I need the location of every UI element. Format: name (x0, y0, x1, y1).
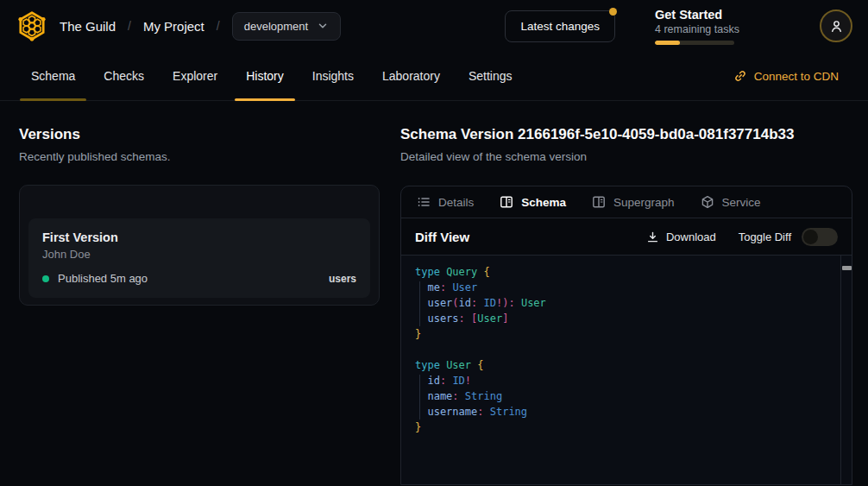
nav-tab-settings[interactable]: Settings (469, 52, 513, 100)
tab-indicator (235, 98, 295, 101)
service-badge: users (329, 273, 356, 285)
latest-changes-button[interactable]: Latest changes (505, 10, 615, 42)
detail-tab-service[interactable]: Service (701, 195, 761, 209)
detail-tab-label: Supergraph (613, 196, 675, 209)
app-window: The Guild / My Project / development Lat… (0, 0, 868, 486)
breadcrumb-separator: / (217, 19, 220, 33)
version-status-text: Published 5m ago (58, 272, 148, 285)
versions-list: First VersionJohn DoePublished 5m agouse… (28, 218, 370, 298)
toggle-diff-switch[interactable] (802, 228, 838, 246)
scrollbar-thumb[interactable] (842, 266, 852, 270)
detail-tab-label: Service (722, 196, 761, 209)
version-detail-panel: Schema Version 2166196f-5e10-4059-bd0a-0… (400, 126, 852, 485)
schema-sdl-code: type Query { me: User user(id: ID!): Use… (415, 264, 829, 435)
notification-dot (609, 8, 617, 16)
columns-icon (592, 195, 606, 209)
toggle-diff-label: Toggle Diff (739, 230, 791, 243)
chevron-down-icon (317, 20, 329, 32)
version-title: First Version (42, 230, 356, 244)
nav-tab-checks[interactable]: Checks (104, 52, 144, 100)
toggle-knob (803, 230, 818, 244)
breadcrumb-org[interactable]: The Guild (60, 19, 116, 34)
nav-tab-label: Schema (31, 69, 75, 83)
target-select-value: development (244, 20, 308, 33)
get-started-progressbar (655, 41, 734, 45)
code-line: user(id: ID!): User (415, 295, 829, 311)
nav-tab-label: Settings (469, 69, 513, 83)
code-line: name: String (415, 388, 829, 404)
target-nav-tabs: SchemaChecksExplorerHistoryInsightsLabor… (0, 52, 868, 101)
code-line: type Query { (415, 264, 829, 280)
tab-indicator (20, 98, 86, 101)
get-started-subtitle: 4 remaining tasks (655, 23, 780, 35)
download-icon (646, 230, 659, 243)
detail-tab-details[interactable]: Details (417, 195, 474, 209)
nav-tab-label: Laboratory (382, 69, 440, 83)
indent-guide (419, 375, 420, 420)
columns-icon (500, 195, 513, 209)
header-actions: Latest changes Get Started 4 remaining t… (505, 8, 852, 45)
get-started-widget[interactable]: Get Started 4 remaining tasks (655, 8, 780, 45)
indent-guide (419, 281, 420, 326)
nav-tab-laboratory[interactable]: Laboratory (382, 52, 440, 100)
published-status-dot (42, 275, 49, 282)
nav-tab-label: Insights (312, 69, 354, 83)
cube-icon (701, 195, 714, 209)
download-button[interactable]: Download (646, 230, 716, 243)
nav-tab-history[interactable]: History (246, 52, 284, 100)
diff-actions: Download Toggle Diff (646, 228, 838, 246)
nav-tab-explorer[interactable]: Explorer (173, 52, 217, 100)
version-detail-subtitle: Detailed view of the schema version (400, 150, 852, 163)
versions-panel: Versions Recently published schemas. Fir… (19, 126, 380, 306)
versions-list-card: First VersionJohn DoePublished 5m agouse… (19, 185, 380, 306)
breadcrumb: The Guild / My Project / development (60, 12, 341, 41)
detail-tab-supergraph[interactable]: Supergraph (592, 195, 675, 209)
diff-view-title: Diff View (415, 230, 469, 244)
version-author: John Doe (42, 248, 356, 261)
code-line: users: [User] (415, 311, 829, 326)
download-label: Download (666, 230, 716, 243)
detail-tab-label: Schema (521, 196, 566, 209)
nav-tab-insights[interactable]: Insights (312, 52, 354, 100)
top-header: The Guild / My Project / development Lat… (0, 0, 868, 52)
link-icon (733, 69, 747, 83)
code-line: me: User (415, 280, 829, 295)
nav-tab-list: SchemaChecksExplorerHistoryInsightsLabor… (31, 52, 513, 100)
target-select[interactable]: development (232, 12, 341, 41)
detail-tab-schema[interactable]: Schema (500, 195, 566, 209)
version-list-item[interactable]: First VersionJohn DoePublished 5m agouse… (28, 218, 370, 298)
schema-code-viewer[interactable]: type Query { me: User user(id: ID!): Use… (401, 256, 852, 484)
detail-tab-label: Details (438, 196, 474, 209)
diff-toolbar: Diff View Download Toggle Diff (401, 218, 852, 256)
version-status-row: Published 5m agousers (42, 272, 356, 285)
code-line: type User { (415, 357, 829, 373)
detail-tab-list: DetailsSchemaSupergraphService (401, 186, 852, 218)
user-menu-button[interactable] (820, 9, 852, 42)
connect-to-cdn-button[interactable]: Connect to CDN (733, 69, 839, 83)
breadcrumb-separator: / (128, 19, 131, 33)
nav-tab-label: Explorer (173, 69, 217, 83)
toggle-diff-control: Toggle Diff (739, 228, 838, 246)
progress-fill (655, 41, 680, 45)
list-icon (417, 195, 431, 209)
code-line: } (415, 420, 829, 435)
code-line (415, 342, 829, 357)
version-detail-card: DetailsSchemaSupergraphService Diff View… (400, 186, 852, 485)
scrollbar-track[interactable] (840, 256, 852, 484)
get-started-title: Get Started (655, 8, 780, 22)
nav-tab-schema[interactable]: Schema (31, 52, 75, 100)
code-line: } (415, 326, 829, 342)
code-line: id: ID! (415, 373, 829, 388)
version-detail-title: Schema Version 2166196f-5e10-4059-bd0a-0… (400, 126, 852, 143)
breadcrumb-project[interactable]: My Project (143, 19, 204, 34)
person-icon (829, 19, 844, 34)
versions-title: Versions (19, 126, 380, 143)
hive-logo-icon[interactable] (16, 9, 48, 42)
latest-changes-label: Latest changes (520, 20, 600, 33)
connect-to-cdn-label: Connect to CDN (754, 70, 839, 83)
code-line: username: String (415, 404, 829, 420)
versions-subtitle: Recently published schemas. (19, 150, 380, 163)
nav-tab-label: Checks (104, 69, 144, 83)
nav-tab-label: History (246, 69, 284, 83)
